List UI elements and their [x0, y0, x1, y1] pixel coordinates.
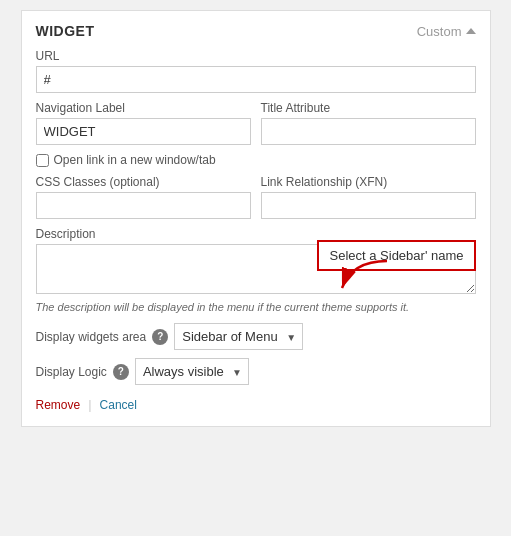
sidebar-select-wrapper: Sidebar of Menu [174, 323, 303, 350]
widget-title: WIDGET [36, 23, 95, 39]
widget-header: WIDGET Custom [36, 23, 476, 39]
title-attr-input[interactable] [261, 118, 476, 145]
url-input[interactable] [36, 66, 476, 93]
widget-card: WIDGET Custom URL Navigation Label Title… [21, 10, 491, 427]
description-hint: The description will be displayed in the… [36, 300, 476, 315]
css-classes-group: CSS Classes (optional) [36, 175, 251, 219]
display-widgets-help-icon[interactable]: ? [152, 329, 168, 345]
display-logic-label: Display Logic [36, 365, 107, 379]
link-rel-group: Link Relationship (XFN) [261, 175, 476, 219]
description-label: Description [36, 227, 476, 241]
nav-label-input[interactable] [36, 118, 251, 145]
custom-label: Custom [417, 24, 462, 39]
footer-links: Remove | Cancel [36, 397, 476, 412]
new-tab-checkbox[interactable] [36, 154, 49, 167]
footer-separator: | [88, 397, 91, 412]
display-widgets-row: Display widgets area ? Sidebar of Menu [36, 323, 476, 350]
collapse-arrow-icon [466, 28, 476, 34]
sidebar-select[interactable]: Sidebar of Menu [174, 323, 303, 350]
link-rel-input[interactable] [261, 192, 476, 219]
nav-title-row: Navigation Label Title Attribute [36, 101, 476, 145]
logic-select-wrapper: Always visible [135, 358, 249, 385]
nav-label-group: Navigation Label [36, 101, 251, 145]
title-attr-label: Title Attribute [261, 101, 476, 115]
new-tab-label: Open link in a new window/tab [54, 153, 216, 167]
url-label: URL [36, 49, 476, 63]
display-logic-help-icon[interactable]: ? [113, 364, 129, 380]
logic-select[interactable]: Always visible [135, 358, 249, 385]
css-classes-label: CSS Classes (optional) [36, 175, 251, 189]
cancel-link[interactable]: Cancel [100, 398, 137, 412]
nav-label-label: Navigation Label [36, 101, 251, 115]
display-widgets-label: Display widgets area [36, 330, 147, 344]
new-tab-row: Open link in a new window/tab [36, 153, 476, 167]
display-logic-row: Display Logic ? Always visible [36, 358, 476, 385]
link-rel-label: Link Relationship (XFN) [261, 175, 476, 189]
custom-toggle[interactable]: Custom [417, 24, 476, 39]
css-xfn-row: CSS Classes (optional) Link Relationship… [36, 175, 476, 219]
css-classes-input[interactable] [36, 192, 251, 219]
arrow-annotation-icon [332, 256, 392, 296]
remove-link[interactable]: Remove [36, 398, 81, 412]
title-attr-group: Title Attribute [261, 101, 476, 145]
url-group: URL [36, 49, 476, 93]
